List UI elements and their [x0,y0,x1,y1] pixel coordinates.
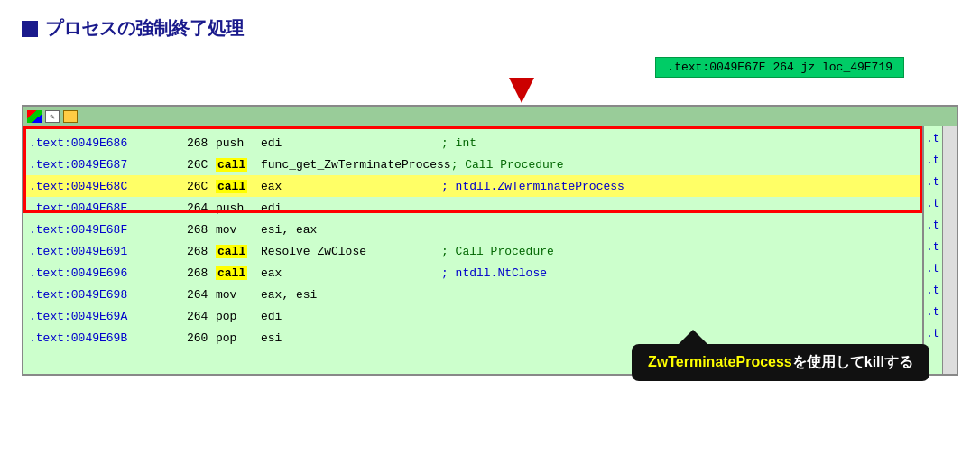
code-comment: ; ntdll.ZwTerminateProcess [441,180,624,193]
top-reference: .text:0049E67E 264 jz loc_49E719 [22,57,904,78]
code-row: .text:0049E696268 calleax ; ntdll.NtClos… [23,262,922,284]
code-row: .text:0049E69A264 popedi [23,305,922,327]
code-comment: ; int [441,136,476,150]
code-offset: 264 [187,310,216,323]
code-addr: .text:0049E696 [29,266,187,280]
code-comment: ; Call Procedure [451,158,564,172]
tooltip-text: を使用してkillする [792,354,913,369]
scrollbar[interactable] [942,107,957,374]
right-row: .t [924,175,942,197]
code-row: .text:0049E68C26C calleax ; ntdll.ZwTerm… [23,175,922,197]
code-operands: eax [261,266,441,280]
code-offset: 26C [187,180,216,193]
code-panel: .text:0049E684264 push1.text:0049E686268… [23,107,922,374]
section-icon [22,21,38,37]
right-row: .t [924,132,942,154]
code-operands: esi [261,331,441,345]
ref-bar-text: .text:0049E67E 264 jz loc_49E719 [655,57,904,78]
section-title-text: プロセスの強制終了処理 [45,16,244,41]
code-offset: 260 [187,331,216,345]
code-mnem: mov [216,288,261,302]
code-mnem: pop [216,331,261,345]
right-panel: .t.t.t.t.t.t.t.t.t.t.t [922,107,942,374]
code-row: .text:0049E68F268 movesi, eax [23,219,922,240]
code-addr: .text:0049E686 [29,136,187,150]
code-addr: .text:0049E68E [29,201,187,215]
code-mnem: call [216,158,261,172]
code-operands: edi [261,310,441,323]
right-row: .t [924,284,942,305]
tooltip-highlight: ZwTerminateProcess [648,354,792,369]
code-mnem: call [216,266,261,280]
code-mnem: call [216,245,261,258]
code-comment: ; ntdll.NtClose [441,266,547,280]
code-row: .text:0049E698264 moveax, esi [23,284,922,305]
code-operands: Resolve_ZwClose [261,245,441,258]
right-row: .t [924,154,942,175]
code-offset: 268 [187,136,216,150]
arrow-down-icon [509,78,534,103]
tooltip-arrow-icon [677,330,709,346]
code-mnem: call [216,180,261,193]
tooltip-box: ZwTerminateProcessを使用してkillする [632,344,929,381]
code-row: .text:0049E691268 callResolve_ZwClose ; … [23,240,922,262]
code-offset: 264 [187,288,216,302]
code-offset: 26C [187,158,216,172]
titlebar-edit-icon: ✎ [45,110,60,123]
code-row: .text:0049E68726C callfunc_get_ZwTermina… [23,154,922,175]
code-addr: .text:0049E687 [29,158,187,172]
code-row: .text:0049E68E264 pushedi [23,197,922,219]
code-addr: .text:0049E691 [29,245,187,258]
code-mnem: pop [216,310,261,323]
code-operands: func_get_ZwTerminateProcess [261,158,451,172]
right-row: .t [924,219,942,240]
code-mnem: mov [216,223,261,237]
code-operands: edi [261,201,441,215]
code-offset: 264 [187,201,216,215]
disasm-titlebar: ✎ [23,107,957,126]
titlebar-color-icon [27,110,42,123]
right-row: .t [924,262,942,284]
code-offset: 268 [187,245,216,258]
code-addr: .text:0049E698 [29,288,187,302]
code-operands: esi, eax [261,223,441,237]
code-row: .text:0049E686268 pushedi ; int [23,132,922,154]
right-row: .t [924,240,942,262]
code-operands: eax [261,180,441,193]
code-offset: 268 [187,266,216,280]
code-comment: ; Call Procedure [441,245,554,258]
titlebar-folder-icon [63,110,78,123]
disasm-window: ✎ .text:0049E684264 push1.text:0049E6862… [22,105,958,376]
code-addr: .text:0049E69B [29,331,187,345]
code-operands: edi [261,136,441,150]
code-addr: .text:0049E69A [29,310,187,323]
page-container: プロセスの強制終了処理 .text:0049E67E 264 jz loc_49… [0,0,980,457]
arrow-container [22,78,796,105]
section-title: プロセスの強制終了処理 [22,16,958,41]
code-mnem: push [216,136,261,150]
code-mnem: push [216,201,261,215]
right-row: .t [924,305,942,327]
code-addr: .text:0049E68C [29,180,187,193]
code-operands: eax, esi [261,288,441,302]
content-area: .text:0049E67E 264 jz loc_49E719 ✎ .text… [22,57,958,376]
code-addr: .text:0049E68F [29,223,187,237]
right-row: .t [924,197,942,219]
code-offset: 268 [187,223,216,237]
